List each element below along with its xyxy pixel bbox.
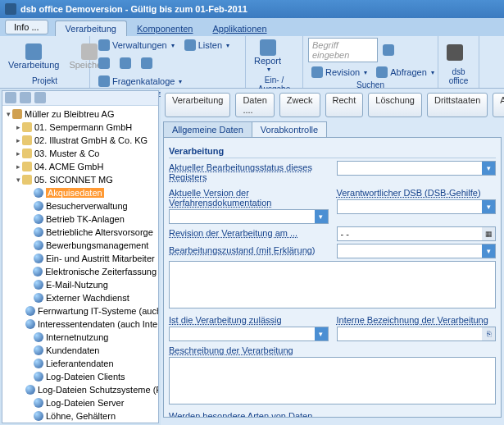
tree-node[interactable]: Lieferantendaten xyxy=(2,357,158,370)
action-button-row: Verarbeitung Daten .... Zweck Recht Lösc… xyxy=(163,91,502,121)
ribbon-edit2-button[interactable] xyxy=(116,56,134,71)
tree-tool-2[interactable] xyxy=(20,92,31,103)
tree[interactable]: ▾Müller zu Bleibtreu AG▸01. Sempermann G… xyxy=(2,106,158,423)
search-go-button[interactable] xyxy=(379,43,397,57)
ribbon-listen-button[interactable]: Listen xyxy=(181,38,233,53)
dropdown-icon[interactable]: ▾ xyxy=(315,327,328,340)
tree-node[interactable]: Log-Dateien Server xyxy=(2,396,158,409)
btn-daten[interactable]: Daten .... xyxy=(235,93,274,117)
tree-node[interactable]: Betrieb TK-Anlagen xyxy=(2,212,158,226)
tab-applikationen[interactable]: Applikationen xyxy=(202,21,276,36)
tree-tool-3[interactable] xyxy=(34,92,46,103)
textarea-zustand[interactable] xyxy=(169,261,496,308)
tree-node[interactable]: ▸02. Illustrat GmbH & Co. KG xyxy=(2,134,158,147)
label-zulaessig: Ist die Verarbeitung zulässig xyxy=(169,313,329,327)
label-revision: Revision der Verarbeitung am ... xyxy=(169,226,329,240)
btn-drittstaaten[interactable]: Drittstaaten xyxy=(427,93,488,117)
formtab-allgemeine[interactable]: Allgemeine Daten xyxy=(163,121,252,137)
input-status[interactable]: ▾ xyxy=(337,161,497,176)
tree-node[interactable]: Fernwartung IT-Systeme (auch S xyxy=(2,304,158,318)
main-tabstrip: Info ... Verarbeitung Komponenten Applik… xyxy=(0,18,504,36)
ribbon-dsboffice-button[interactable] xyxy=(443,43,466,62)
tree-tool-1[interactable] xyxy=(5,92,16,103)
tree-node[interactable]: Log-Dateien Clients xyxy=(2,370,158,383)
ribbon-edit1-button[interactable] xyxy=(95,56,113,71)
label-beschreibung: Beschreibung der Verarbeitung xyxy=(169,344,496,357)
tree-node[interactable]: Akquisedaten xyxy=(2,186,158,199)
info-tab[interactable]: Info ... xyxy=(5,20,48,34)
tree-node[interactable]: ▸04. ACME GmbH xyxy=(2,160,158,173)
btn-recht[interactable]: Recht xyxy=(325,93,364,117)
input-intern[interactable]: ⎘ xyxy=(337,327,497,341)
tree-toolbar xyxy=(2,91,158,106)
tree-node[interactable]: Kundendaten xyxy=(2,344,158,357)
input-zustand[interactable]: ▾ xyxy=(337,244,497,258)
tree-node[interactable]: Externer Wachdienst xyxy=(2,291,158,304)
window-title: dsb office Demoversion - Gültig bis zum … xyxy=(20,4,247,14)
link-icon[interactable]: ⎘ xyxy=(482,327,495,340)
textarea-beschreibung[interactable] xyxy=(169,357,496,404)
input-zulaessig[interactable]: ▾ xyxy=(169,327,329,341)
dropdown-icon[interactable]: ▾ xyxy=(315,210,328,223)
tree-node[interactable]: ▸01. Sempermann GmbH xyxy=(2,121,158,134)
tree-node[interactable]: Besucherverwaltung xyxy=(2,199,158,212)
tree-node[interactable]: ▾Müller zu Bleibtreu AG xyxy=(2,107,158,121)
tree-node[interactable]: Betriebliche Altersvorsorge xyxy=(2,226,158,239)
btn-loeschung[interactable]: Löschung xyxy=(368,93,422,117)
ribbon-fragenkataloge-button[interactable]: Fragenkataloge xyxy=(95,74,185,89)
tree-node[interactable]: Bewerbungsmanagement xyxy=(2,239,158,252)
form-panel: Verarbeitung Aktueller Bearbeitungsstatu… xyxy=(163,137,502,418)
tree-node[interactable]: ▸03. Muster & Co xyxy=(2,147,158,160)
tree-node[interactable]: Internetnutzung xyxy=(2,331,158,344)
window-titlebar: dsb office Demoversion - Gültig bis zum … xyxy=(0,0,504,18)
dropdown-icon[interactable]: ▾ xyxy=(482,162,495,175)
ribbon-revision-button[interactable]: Revision xyxy=(308,65,370,80)
tree-node[interactable]: Elektronische Zeiterfassung xyxy=(2,265,158,278)
label-intern: Interne Bezeichnung der Verarbeitung xyxy=(337,313,497,327)
btn-auftrag[interactable]: Auftrag xyxy=(493,93,504,117)
formtab-vorabkontrolle[interactable]: Vorabkontrolle xyxy=(252,121,327,137)
tree-node[interactable]: E-Mail-Nutzung xyxy=(2,278,158,291)
tree-node[interactable]: Interessentendaten (auch Intern xyxy=(2,318,158,331)
btn-zweck[interactable]: Zweck xyxy=(279,93,320,117)
calendar-icon[interactable]: ▦ xyxy=(482,227,495,240)
label-version: Aktuelle Version der Verfahrensdokumenta… xyxy=(169,186,329,209)
label-dsb: Verantwortlicher DSB (DSB-Gehilfe) xyxy=(337,186,497,199)
tree-node[interactable]: Löhne, Gehältern xyxy=(2,409,158,423)
label-besondere: Werden besondere Arten von Daten verarbe… xyxy=(169,409,329,418)
label-zustand: Bearbeitungszustand (mit Erklärung) xyxy=(169,244,329,257)
input-version[interactable]: ▾ xyxy=(169,209,329,224)
ribbon-group-dsb: dsb office xyxy=(443,66,474,86)
ribbon-edit3-button[interactable] xyxy=(138,56,156,71)
section-verarbeitung: Verarbeitung xyxy=(169,144,496,158)
form-tabs: Allgemeine Daten Vorabkontrolle xyxy=(163,121,502,137)
ribbon-verwaltungen-button[interactable]: Verwaltungen xyxy=(95,38,178,53)
ribbon-group-projekt: Projekt xyxy=(5,75,84,86)
label-status: Aktueller Bearbeitungsstatus dieses Regi… xyxy=(169,161,329,184)
ribbon-abfragen-button[interactable]: Abfragen xyxy=(373,65,438,80)
dropdown-icon[interactable]: ▾ xyxy=(482,200,495,213)
ribbon-verarbeitung-button[interactable]: Verarbeitung xyxy=(5,42,62,71)
tree-pane: ▾Müller zu Bleibtreu AG▸01. Sempermann G… xyxy=(2,90,159,423)
search-input[interactable]: Begriff eingeben xyxy=(308,38,378,62)
btn-verarbeitung[interactable]: Verarbeitung xyxy=(165,93,230,117)
tab-komponenten[interactable]: Komponenten xyxy=(127,21,203,36)
ribbon: Verarbeitung Speichern Projekt Verwaltun… xyxy=(0,36,504,89)
app-icon xyxy=(5,3,16,15)
tree-node[interactable]: Log-Dateien Schutzsysteme (FW xyxy=(2,383,158,396)
content-pane: Verarbeitung Daten .... Zweck Recht Lösc… xyxy=(161,89,504,425)
dropdown-icon[interactable]: ▾ xyxy=(482,244,495,258)
input-revision-date[interactable]: - -▦ xyxy=(337,226,497,241)
ribbon-report-button[interactable]: Report xyxy=(251,38,284,75)
input-dsb[interactable]: ▾ xyxy=(337,199,497,214)
tree-node[interactable]: ▾05. SICONNET MG xyxy=(2,173,158,186)
tree-node[interactable]: Personalorganisation (Versetzun xyxy=(2,423,158,423)
tab-verarbeitung[interactable]: Verarbeitung xyxy=(55,21,127,36)
tree-node[interactable]: Ein- und Austritt Mitarbeiter xyxy=(2,252,158,265)
